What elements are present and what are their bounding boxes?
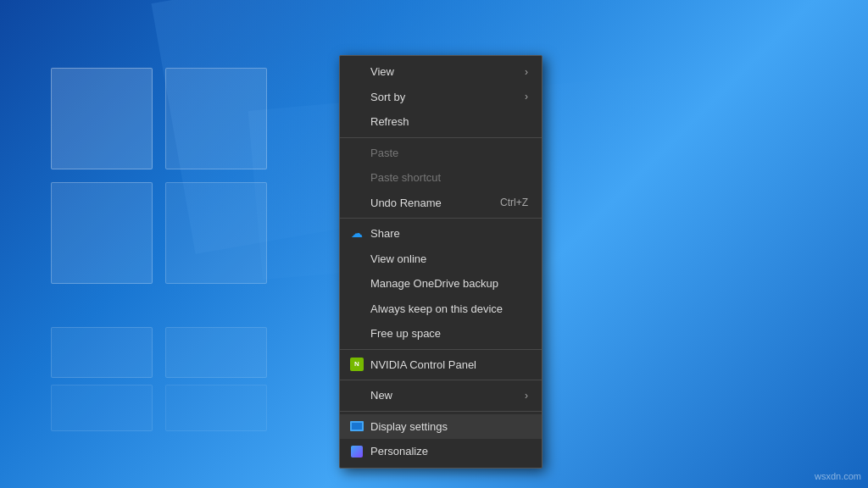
menu-item-share[interactable]: ☁ Share — [340, 221, 542, 247]
free-up-icon — [350, 327, 364, 341]
menu-item-nvidia[interactable]: N NVIDIA Control Panel — [340, 352, 542, 378]
win-ref-tr — [165, 327, 267, 378]
separator-3 — [340, 349, 542, 350]
menu-item-manage-onedrive[interactable]: Manage OneDrive backup — [340, 271, 542, 297]
personalize-icon-shape — [351, 446, 363, 458]
separator-1 — [340, 137, 542, 138]
menu-item-view-online-label: View online — [370, 251, 426, 268]
separator-2 — [340, 218, 542, 219]
menu-item-undo-rename-label: Undo Rename — [370, 195, 442, 212]
menu-item-refresh[interactable]: Refresh — [340, 109, 542, 135]
view-arrow: › — [525, 64, 528, 80]
separator-4 — [340, 380, 542, 380]
windows-logo-reflection — [51, 327, 271, 437]
nvidia-logo: N — [350, 358, 364, 371]
view-online-icon — [350, 252, 364, 265]
win-pane-bottom-left — [51, 182, 153, 284]
menu-item-paste-label: Paste — [370, 145, 398, 162]
view-icon — [350, 65, 364, 79]
menu-item-display-settings[interactable]: Display settings — [340, 414, 542, 440]
menu-item-refresh-label: Refresh — [370, 114, 409, 130]
menu-item-nvidia-label: NVIDIA Control Panel — [370, 357, 476, 374]
personalize-icon — [350, 445, 364, 458]
new-icon — [350, 389, 364, 402]
paste-shortcut-icon — [350, 171, 364, 185]
nvidia-icon: N — [350, 358, 364, 371]
onedrive-cloud-icon: ☁ — [351, 225, 363, 242]
sort-by-icon — [350, 90, 364, 103]
menu-item-view[interactable]: View › — [340, 59, 542, 85]
manage-onedrive-icon — [350, 277, 364, 291]
menu-item-share-label: Share — [370, 225, 400, 242]
menu-item-personalize[interactable]: Personalize — [340, 439, 542, 464]
display-screen-icon — [350, 421, 364, 431]
win-pane-bottom-right — [165, 182, 267, 284]
watermark-text: wsxdn.com — [815, 471, 861, 481]
menu-item-free-up[interactable]: Free up space — [340, 321, 542, 347]
menu-item-always-keep-label: Always keep on this device — [370, 301, 503, 318]
menu-item-paste[interactable]: Paste — [340, 141, 542, 166]
separator-5 — [340, 411, 542, 412]
windows-logo — [51, 68, 271, 288]
menu-item-personalize-label: Personalize — [370, 443, 428, 460]
win-ref-tl — [51, 327, 153, 378]
menu-item-always-keep[interactable]: Always keep on this device — [340, 297, 542, 322]
win-ref-br — [165, 385, 267, 431]
share-onedrive-icon: ☁ — [350, 227, 364, 241]
win-pane-top-left — [51, 68, 153, 169]
always-keep-icon — [350, 302, 364, 315]
menu-item-view-online[interactable]: View online — [340, 247, 542, 272]
menu-item-undo-rename[interactable]: Undo Rename Ctrl+Z — [340, 191, 542, 216]
watermark: wsxdn.com — [815, 471, 861, 481]
menu-item-view-label: View — [370, 64, 394, 80]
menu-item-sort-by-label: Sort by — [370, 89, 405, 106]
display-settings-icon — [350, 419, 364, 433]
undo-rename-shortcut: Ctrl+Z — [500, 195, 528, 210]
menu-item-sort-by[interactable]: Sort by › — [340, 85, 542, 110]
win-ref-bl — [51, 385, 153, 431]
menu-item-display-settings-label: Display settings — [370, 419, 448, 435]
menu-item-new[interactable]: New › — [340, 383, 542, 408]
menu-item-free-up-label: Free up space — [370, 325, 441, 342]
undo-rename-icon — [350, 196, 364, 209]
win-pane-top-right — [165, 68, 267, 169]
menu-item-paste-shortcut-label: Paste shortcut — [370, 169, 441, 186]
menu-item-paste-shortcut[interactable]: Paste shortcut — [340, 165, 542, 191]
refresh-icon — [350, 115, 364, 129]
sort-by-arrow: › — [525, 89, 528, 104]
desktop: View › Sort by › Refresh Paste — [0, 0, 868, 488]
new-arrow: › — [525, 388, 528, 403]
menu-item-manage-onedrive-label: Manage OneDrive backup — [370, 275, 498, 292]
paste-icon — [350, 146, 364, 159]
menu-item-new-label: New — [370, 387, 392, 404]
context-menu: View › Sort by › Refresh Paste — [339, 55, 542, 469]
